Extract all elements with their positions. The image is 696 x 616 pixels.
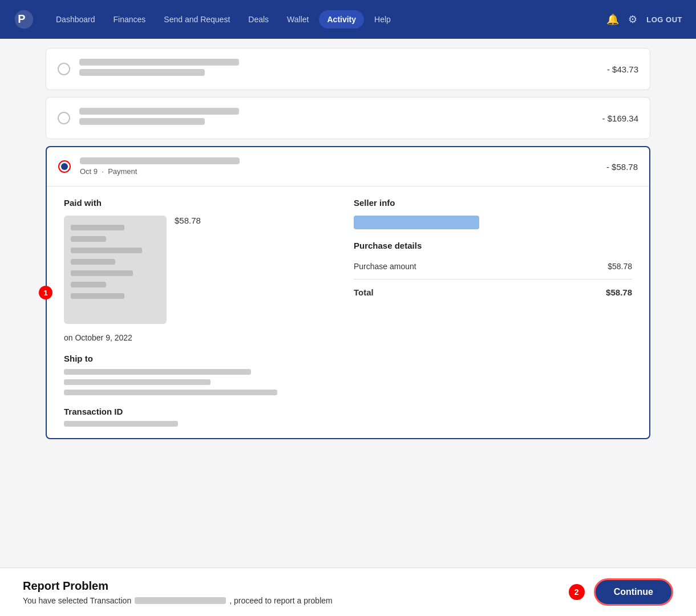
tx-id-blur bbox=[64, 421, 178, 427]
total-value: $58.78 bbox=[606, 287, 632, 297]
blur-line-6 bbox=[71, 282, 106, 287]
tx-amount-2: - $169.34 bbox=[602, 114, 638, 123]
nav-wallet[interactable]: Wallet bbox=[279, 10, 317, 29]
paypal-logo: P bbox=[14, 9, 34, 30]
purchase-amount-value: $58.78 bbox=[608, 262, 632, 271]
detail-right: Seller info Purchase details Purchase am… bbox=[348, 198, 632, 427]
tx-name-1 bbox=[79, 59, 239, 66]
tx-sub-2 bbox=[79, 118, 205, 125]
ship-addr-3 bbox=[64, 390, 277, 395]
radio-selected[interactable] bbox=[58, 160, 71, 173]
logout-button[interactable]: LOG OUT bbox=[646, 15, 682, 24]
divider bbox=[354, 279, 632, 279]
selected-details: Paid with $58.78 bbox=[47, 186, 649, 438]
seller-info-title: Seller info bbox=[354, 198, 632, 208]
radio-2[interactable] bbox=[58, 112, 70, 124]
blur-line-3 bbox=[71, 248, 142, 253]
nav-send-request[interactable]: Send and Request bbox=[156, 10, 238, 29]
total-label: Total bbox=[354, 287, 374, 297]
payment-method-block: $58.78 bbox=[64, 216, 331, 324]
gear-icon: ⚙ bbox=[628, 13, 637, 26]
blur-line-5 bbox=[71, 270, 133, 276]
blur-line-7 bbox=[71, 293, 124, 299]
transaction-item-1[interactable]: - $43.73 bbox=[46, 48, 650, 90]
radio-selected-inner bbox=[61, 163, 68, 170]
nav-help[interactable]: Help bbox=[366, 10, 399, 29]
nav-finances[interactable]: Finances bbox=[106, 10, 154, 29]
purchase-amount-label: Purchase amount bbox=[354, 262, 416, 271]
nav-deals[interactable]: Deals bbox=[240, 10, 277, 29]
navbar: P Dashboard Finances Send and Request De… bbox=[0, 0, 696, 39]
main-content: - $43.73 - $169.34 1 Oct 9 · Payment bbox=[34, 39, 662, 503]
bell-icon: 🔔 bbox=[606, 13, 619, 26]
purchase-details-title: Purchase details bbox=[354, 241, 632, 250]
payment-method-amount: $58.78 bbox=[175, 216, 201, 225]
tx-name-2 bbox=[79, 108, 239, 115]
seller-info-block: Seller info bbox=[354, 198, 632, 229]
nav-activity[interactable]: Activity bbox=[319, 10, 364, 29]
paid-with-title: Paid with bbox=[64, 198, 331, 208]
nav-dashboard[interactable]: Dashboard bbox=[48, 10, 103, 29]
transaction-selected: 1 Oct 9 · Payment - $58.78 Paid with bbox=[46, 146, 650, 439]
blur-line-1 bbox=[71, 225, 124, 230]
purchase-details-block: Purchase details Purchase amount $58.78 … bbox=[354, 241, 632, 301]
tx-info-2 bbox=[79, 108, 593, 128]
blur-line-2 bbox=[71, 236, 106, 242]
seller-name-blur bbox=[354, 216, 479, 229]
ship-addr-1 bbox=[64, 369, 251, 375]
tx-amount-1: - $43.73 bbox=[607, 64, 638, 74]
nav-right: 🔔 ⚙ LOG OUT bbox=[606, 13, 682, 26]
selected-tx-name bbox=[80, 157, 240, 164]
transaction-item-2[interactable]: - $169.34 bbox=[46, 97, 650, 139]
selected-tx-amount: - $58.78 bbox=[606, 162, 638, 172]
tx-id-title: Transaction ID bbox=[64, 407, 331, 416]
ship-addr-2 bbox=[64, 379, 211, 385]
selected-header: Oct 9 · Payment - $58.78 bbox=[47, 147, 649, 186]
notification-button[interactable]: 🔔 bbox=[606, 13, 619, 26]
settings-button[interactable]: ⚙ bbox=[628, 13, 637, 26]
svg-text:P: P bbox=[18, 13, 25, 25]
step-badge-1: 1 bbox=[39, 286, 52, 299]
total-row: Total $58.78 bbox=[354, 284, 632, 301]
payment-method-image bbox=[64, 216, 167, 324]
selected-tx-info: Oct 9 · Payment bbox=[80, 157, 597, 176]
blur-line-4 bbox=[71, 259, 115, 265]
selected-tx-date: Oct 9 · Payment bbox=[80, 167, 597, 176]
tx-sub-1 bbox=[79, 69, 205, 76]
radio-1[interactable] bbox=[58, 63, 70, 75]
nav-links: Dashboard Finances Send and Request Deal… bbox=[48, 10, 606, 29]
ship-to-title: Ship to bbox=[64, 354, 331, 363]
payment-date: on October 9, 2022 bbox=[64, 333, 331, 342]
purchase-amount-row: Purchase amount $58.78 bbox=[354, 258, 632, 274]
detail-left: Paid with $58.78 bbox=[64, 198, 348, 427]
tx-info-1 bbox=[79, 59, 598, 79]
